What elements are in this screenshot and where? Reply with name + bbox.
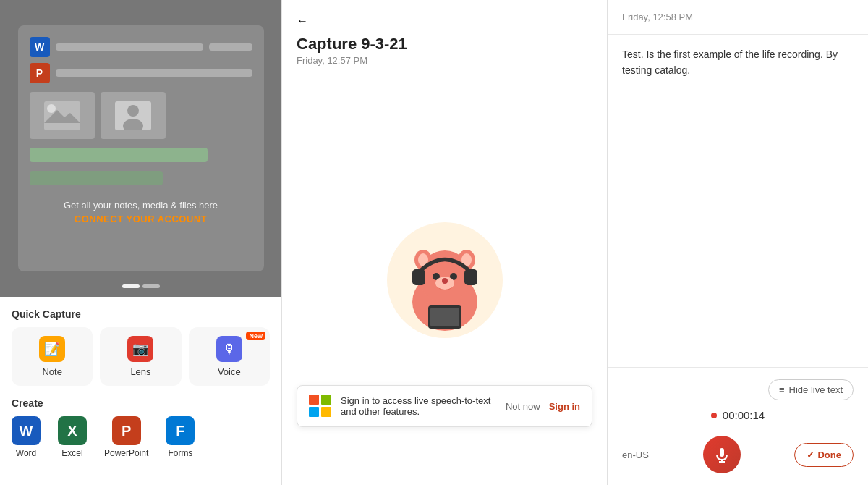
- note-text: Test. Is the first example of the life r…: [622, 48, 838, 76]
- voice-icon: 🎙: [216, 336, 242, 362]
- not-now-button[interactable]: Not now: [506, 401, 540, 412]
- capture-item-voice[interactable]: New 🎙 Voice: [189, 327, 270, 386]
- microsoft-logo: [309, 395, 332, 418]
- create-section: Create W Word X Excel P PowerPoint F For…: [0, 392, 281, 470]
- voice-label: Voice: [218, 366, 241, 377]
- capture-item-lens[interactable]: 📷 Lens: [100, 327, 181, 386]
- word-preview-icon: W: [30, 37, 50, 57]
- svg-point-2: [47, 104, 56, 113]
- create-forms[interactable]: F Forms: [166, 416, 195, 458]
- preview-inner: W P: [18, 25, 264, 271]
- ms-logo-red: [309, 395, 319, 405]
- checkmark-icon: ✓: [807, 450, 814, 460]
- right-header: Friday, 12:58 PM: [608, 0, 868, 35]
- svg-point-4: [127, 105, 139, 117]
- quick-capture-section: Quick Capture 📝 Note 📷 Lens New 🎙 Voice: [0, 297, 281, 392]
- mascot-illustration: [398, 229, 492, 331]
- dot-1: [122, 284, 140, 288]
- ppt-label: PowerPoint: [104, 448, 148, 458]
- signin-actions: Not now Sign in: [506, 401, 580, 412]
- mic-icon: [714, 447, 730, 463]
- hide-text-icon: ≡: [779, 384, 785, 395]
- recording-time: 00:00:14: [723, 409, 765, 421]
- right-bottom: ≡ Hide live text 00:00:14 en-US ✓ Done: [608, 367, 868, 485]
- preview-word-row: W: [30, 37, 252, 57]
- quick-capture-items: 📝 Note 📷 Lens New 🎙 Voice: [12, 327, 270, 386]
- recording-dot: [711, 413, 717, 418]
- capture-timestamp: Friday, 12:57 PM: [297, 55, 592, 66]
- create-powerpoint[interactable]: P PowerPoint: [104, 416, 148, 458]
- svg-point-18: [442, 278, 448, 284]
- right-content: Test. Is the first example of the life r…: [608, 35, 868, 367]
- preview-ppt-row: P: [30, 63, 252, 83]
- preview-dots: [122, 284, 160, 288]
- preview-text-box-1: [30, 148, 208, 162]
- dot-2: [142, 284, 160, 288]
- quick-capture-title: Quick Capture: [12, 308, 270, 320]
- bottom-controls: en-US ✓ Done: [622, 430, 854, 473]
- note-label: Note: [42, 366, 61, 377]
- create-items: W Word X Excel P PowerPoint F Forms: [12, 416, 270, 458]
- note-icon: 📝: [39, 336, 65, 362]
- language-label: en-US: [622, 450, 649, 460]
- ms-logo-green: [321, 395, 331, 405]
- preview-connect-section: Get all your notes, media & files here C…: [30, 200, 252, 224]
- done-label: Done: [817, 450, 841, 460]
- recording-indicator: 00:00:14: [622, 409, 854, 421]
- right-panel: Friday, 12:58 PM Test. Is the first exam…: [608, 0, 868, 485]
- preview-line-3: [56, 69, 252, 77]
- signin-banner: Sign in to access live speech-to-text an…: [297, 385, 592, 427]
- svg-rect-12: [412, 269, 425, 285]
- word-app-icon: W: [12, 416, 41, 445]
- hide-live-text-button[interactable]: ≡ Hide live text: [768, 379, 854, 400]
- capture-title: Capture 9-3-21: [297, 35, 592, 54]
- create-title: Create: [12, 397, 270, 409]
- mascot-circle: [387, 222, 503, 338]
- excel-app-icon: X: [58, 416, 87, 445]
- capture-item-note[interactable]: 📝 Note: [12, 327, 93, 386]
- right-timestamp: Friday, 12:58 PM: [622, 12, 854, 22]
- create-excel[interactable]: X Excel: [58, 416, 87, 458]
- preview-image-1: [30, 92, 95, 139]
- excel-label: Excel: [61, 448, 82, 458]
- forms-label: Forms: [168, 448, 192, 458]
- preview-text-box-2: [30, 171, 163, 185]
- left-panel: W P: [0, 0, 282, 485]
- signin-text: Sign in to access live speech-to-text an…: [341, 395, 497, 417]
- lens-label: Lens: [130, 366, 150, 377]
- ppt-app-icon: P: [112, 416, 141, 445]
- preview-images-row: [30, 92, 252, 139]
- word-label: Word: [16, 448, 36, 458]
- preview-area: W P: [0, 0, 281, 297]
- connect-account-link[interactable]: CONNECT YOUR ACCOUNT: [30, 214, 252, 224]
- done-button[interactable]: ✓ Done: [794, 443, 854, 467]
- microphone-button[interactable]: [703, 436, 741, 473]
- sign-in-button[interactable]: Sign in: [549, 401, 580, 412]
- svg-rect-13: [464, 269, 477, 285]
- ms-logo-blue: [309, 407, 319, 417]
- hide-live-text-label: Hide live text: [789, 384, 843, 395]
- lens-icon: 📷: [127, 336, 153, 362]
- svg-rect-22: [430, 308, 459, 326]
- create-word[interactable]: W Word: [12, 416, 41, 458]
- middle-header: ← Capture 9-3-21 Friday, 12:57 PM: [282, 0, 607, 75]
- preview-line-2: [209, 43, 252, 51]
- new-badge: New: [246, 332, 265, 340]
- svg-rect-23: [720, 448, 724, 457]
- preview-connect-label: Get all your notes, media & files here: [30, 200, 252, 211]
- ppt-preview-icon: P: [30, 63, 50, 83]
- forms-app-icon: F: [166, 416, 195, 445]
- people-icon: [115, 101, 151, 130]
- middle-panel: ← Capture 9-3-21 Friday, 12:57 PM: [282, 0, 608, 485]
- preview-line-1: [56, 43, 203, 51]
- preview-image-2: [101, 92, 166, 139]
- landscape-icon: [44, 101, 80, 130]
- back-button[interactable]: ←: [297, 14, 308, 28]
- ms-logo-yellow: [321, 407, 331, 417]
